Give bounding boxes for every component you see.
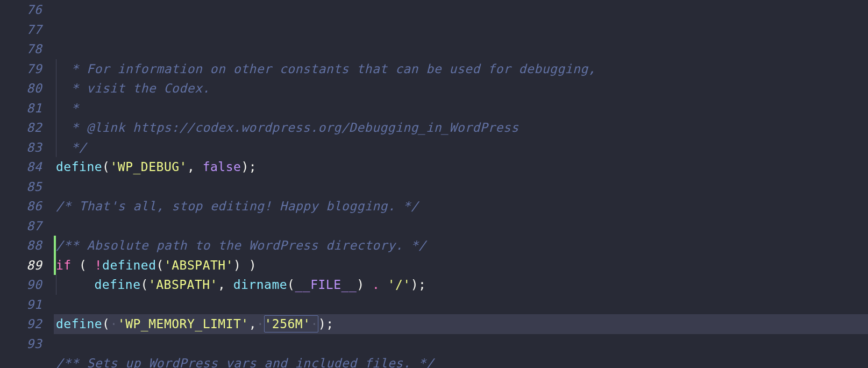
code-line[interactable]: define('ABSPATH', dirname(__FILE__) . '/…	[54, 275, 868, 295]
code-token: (	[287, 278, 295, 292]
code-token: __FILE__	[295, 278, 357, 292]
code-area[interactable]: * For information on other constants tha…	[54, 0, 868, 368]
code-token: '256M'	[264, 317, 310, 331]
code-line[interactable]: */	[54, 138, 868, 158]
code-token: )	[357, 278, 372, 292]
code-token: ) )	[233, 258, 257, 272]
code-token: ,	[249, 317, 257, 331]
line-number: 82	[0, 118, 42, 138]
code-token: !	[95, 258, 102, 272]
code-line[interactable]: *	[54, 98, 868, 118]
code-token: */	[63, 140, 87, 154]
code-line[interactable]: /** Absolute path to the WordPress direc…	[54, 236, 868, 256]
code-token: );	[411, 278, 426, 292]
code-token: * @link https://codex.wordpress.org/Debu…	[63, 121, 518, 135]
indent-guide	[56, 138, 63, 158]
line-number: 92	[0, 314, 42, 334]
code-token: * visit the Codex.	[63, 81, 210, 95]
line-number: 78	[0, 39, 42, 59]
code-token: (	[102, 317, 110, 331]
code-line[interactable]: if ( !defined('ABSPATH') )	[54, 256, 868, 275]
code-line[interactable]: /* That's all, stop editing! Happy blogg…	[54, 196, 868, 216]
code-token: * For information on other constants tha…	[63, 62, 596, 76]
line-number: 85	[0, 177, 42, 197]
line-number: 88	[0, 236, 42, 256]
code-token: /** Absolute path to the WordPress direc…	[56, 238, 426, 252]
line-number: 91	[0, 295, 42, 315]
line-number: 77	[0, 20, 42, 40]
code-line[interactable]	[54, 216, 868, 236]
indent-guide	[56, 59, 63, 79]
code-line[interactable]: * visit the Codex.	[54, 79, 868, 98]
code-line[interactable]	[54, 295, 868, 315]
code-editor[interactable]: 767778798081828384858687888990919293 * F…	[0, 0, 868, 368]
code-token: ,	[218, 278, 233, 292]
line-number: 89	[0, 256, 42, 275]
code-line[interactable]: define('WP_MEMORY_LIMIT','256M');	[54, 314, 868, 334]
line-number-gutter: 767778798081828384858687888990919293	[0, 0, 54, 368]
code-token: (	[156, 258, 164, 272]
indent-guide	[56, 275, 63, 295]
whitespace-dot	[311, 317, 318, 331]
code-token: ,	[187, 160, 203, 174]
code-token: 'ABSPATH'	[164, 258, 233, 272]
code-line[interactable]: * @link https://codex.wordpress.org/Debu…	[54, 118, 868, 138]
line-number: 90	[0, 275, 42, 295]
code-token: defined	[102, 258, 156, 272]
line-number: 76	[0, 0, 42, 20]
code-line[interactable]	[54, 177, 868, 197]
code-token: dirname	[233, 278, 287, 292]
line-number: 86	[0, 196, 42, 216]
line-number: 83	[0, 138, 42, 158]
code-token: define	[94, 278, 140, 292]
code-token: if	[56, 258, 72, 272]
code-token: (	[102, 160, 110, 174]
code-line[interactable]: /** Sets up WordPress vars and included …	[54, 353, 868, 368]
code-token: *	[63, 101, 79, 115]
code-token: );	[318, 317, 334, 331]
line-number: 87	[0, 216, 42, 236]
code-token: (	[140, 278, 148, 292]
code-token: (	[72, 258, 95, 272]
code-token: define	[56, 317, 102, 331]
code-token: /* That's all, stop editing! Happy blogg…	[56, 199, 418, 213]
line-number: 93	[0, 334, 42, 354]
line-number: 79	[0, 59, 42, 79]
code-token: 'WP_DEBUG'	[110, 160, 187, 174]
line-number: 80	[0, 79, 42, 98]
whitespace-dot	[110, 317, 117, 331]
code-token: define	[56, 160, 102, 174]
code-token: '/'	[388, 278, 411, 292]
code-token	[380, 278, 387, 292]
code-token: false	[203, 160, 241, 174]
code-token: .	[372, 278, 380, 292]
line-number: 81	[0, 98, 42, 118]
indent-guide	[56, 98, 63, 118]
code-line[interactable]: define('WP_DEBUG', false);	[54, 157, 868, 177]
code-token: /** Sets up WordPress vars and included …	[56, 356, 434, 368]
indent-guide	[56, 118, 63, 138]
line-number: 84	[0, 157, 42, 177]
whitespace-dot	[257, 317, 264, 331]
code-token: 'ABSPATH'	[148, 278, 218, 292]
code-line[interactable]	[54, 334, 868, 354]
code-token: );	[241, 160, 257, 174]
indent-guide	[56, 79, 63, 98]
code-token: 'WP_MEMORY_LIMIT'	[118, 317, 249, 331]
code-line[interactable]: * For information on other constants tha…	[54, 59, 868, 79]
